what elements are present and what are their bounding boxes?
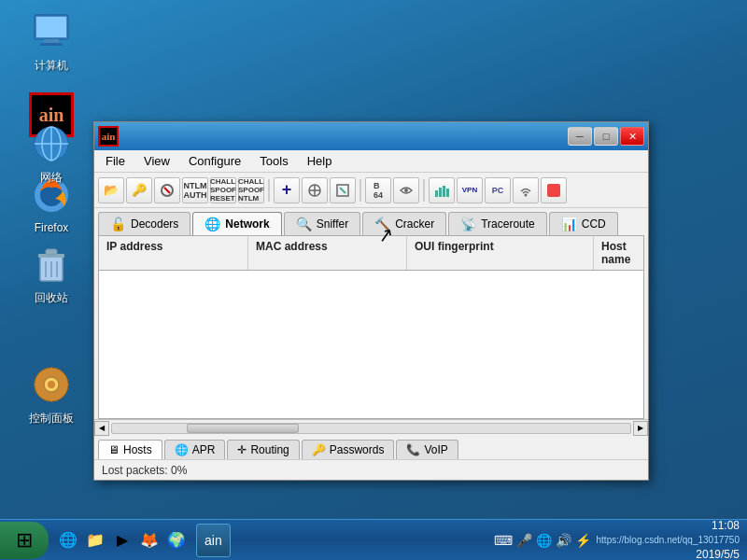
desktop-icon-network[interactable]: 网络 <box>19 121 84 186</box>
close-button[interactable]: ✕ <box>620 127 644 146</box>
toolbar-btn-key[interactable]: 🔑 <box>126 177 152 203</box>
svg-rect-31 <box>435 190 438 197</box>
col-host: Host name <box>594 236 643 270</box>
toolbar-separator-2 <box>359 179 361 202</box>
taskbar-tray: ⌨ 🎤 🌐 🔊 ⚡ <box>488 533 597 548</box>
table-body <box>99 271 643 418</box>
app-window: ain ─ □ ✕ File View Configure Tools Help… <box>93 121 649 481</box>
bottom-tab-voip[interactable]: 📞 VoIP <box>396 440 458 459</box>
bottom-tab-apr[interactable]: 🌐 APR <box>164 440 226 459</box>
computer-label: 计算机 <box>35 58 68 74</box>
toolbar-btn-pc[interactable]: PC <box>485 177 511 203</box>
taskbar-ball[interactable]: 🌍 <box>164 528 189 553</box>
svg-line-29 <box>340 188 345 193</box>
tray-network: 🌐 <box>536 533 552 548</box>
bottom-tab-hosts[interactable]: 🖥 Hosts <box>98 440 162 459</box>
bottom-tab-passwords[interactable]: 🔑 Passwords <box>302 440 395 459</box>
tray-keyboard: ⌨ <box>494 533 513 548</box>
svg-point-30 <box>404 189 408 192</box>
tab-network[interactable]: 🌐 Network <box>192 212 281 235</box>
toolbar-btn-vpn[interactable]: VPN <box>457 177 483 203</box>
desktop-icons-middle: 网络 回收站 <box>19 121 84 427</box>
desktop-icon-computer[interactable]: 计算机 <box>19 9 84 74</box>
tab-traceroute[interactable]: 📡 Traceroute <box>448 212 547 235</box>
toolbar: 📂 🔑 NTLMAUTH CHALLSPOOFRESET CHALLSPOOFN… <box>94 173 648 208</box>
toolbar-btn-circle[interactable] <box>154 177 180 203</box>
taskbar-ie[interactable]: 🌐 <box>56 528 80 553</box>
toolbar-btn-graph[interactable] <box>429 177 455 203</box>
svg-rect-22 <box>63 384 68 385</box>
toolbar-btn-wifi[interactable] <box>513 177 539 203</box>
title-icon: ain <box>98 126 119 147</box>
taskbar: ⊞ 🌐 📁 ▶ 🦊 🌍 ain ⌨ 🎤 🌐 🔊 ⚡ 11:08 https://… <box>0 519 747 560</box>
toolbar-btn-b64[interactable]: B64 <box>365 177 391 203</box>
toolbar-btn-ntlm[interactable]: NTLMAUTH <box>182 177 208 203</box>
col-ip: IP address <box>99 236 248 270</box>
content-area: IP address MAC address OUI fingerprint H… <box>98 235 644 419</box>
tab-decoders[interactable]: 🔓 Decoders <box>98 212 190 235</box>
svg-rect-33 <box>443 186 445 197</box>
toolbar-btn-folder[interactable]: 📂 <box>98 177 124 203</box>
toolbar-btn-decode[interactable] <box>393 177 419 203</box>
taskbar-windows: ain <box>192 524 488 557</box>
svg-rect-36 <box>547 184 560 197</box>
toolbar-btn-chall1[interactable]: CHALLSPOOFRESET <box>210 177 236 203</box>
taskbar-cain-app[interactable]: ain <box>196 524 231 557</box>
svg-rect-2 <box>44 39 59 43</box>
window-titlebar: ain ─ □ ✕ <box>94 122 648 150</box>
taskbar-quick-launch: 🌐 📁 ▶ 🦊 🌍 <box>52 528 192 553</box>
svg-rect-20 <box>50 396 52 401</box>
menu-view[interactable]: View <box>136 152 177 170</box>
table-header: IP address MAC address OUI fingerprint H… <box>99 236 643 271</box>
toolbar-btn-scan[interactable] <box>330 177 356 203</box>
menu-file[interactable]: File <box>98 152 133 170</box>
taskbar-media[interactable]: ▶ <box>110 528 134 553</box>
col-oui: OUI fingerprint <box>407 236 594 270</box>
tab-sniffer[interactable]: 🔍 Sniffer <box>284 212 360 235</box>
desktop-icon-control-panel[interactable]: 控制面板 <box>19 362 84 427</box>
start-button[interactable]: ⊞ <box>0 522 49 559</box>
tab-ccd[interactable]: 📊 CCD <box>549 212 618 235</box>
scroll-left[interactable]: ◀ <box>94 421 109 436</box>
toolbar-btn-crosshair[interactable] <box>302 177 328 203</box>
svg-rect-34 <box>446 189 449 197</box>
control-panel-icon <box>29 362 74 407</box>
toolbar-separator-1 <box>268 179 270 202</box>
scrollbar-horizontal[interactable]: ◀ ▶ <box>94 419 648 436</box>
desktop-icon-trash[interactable]: 回收站 <box>19 242 84 306</box>
menu-configure[interactable]: Configure <box>181 152 248 170</box>
menu-tools[interactable]: Tools <box>252 152 295 170</box>
network-label: 网络 <box>40 170 63 186</box>
svg-rect-19 <box>50 368 52 373</box>
svg-rect-21 <box>35 384 40 385</box>
taskbar-clock: 11:08 https://blog.csdn.net/qq_13017750 … <box>597 518 747 560</box>
scroll-right[interactable]: ▶ <box>633 421 648 436</box>
status-text: Lost packets: 0% <box>102 464 187 477</box>
scrollbar-track[interactable] <box>111 423 631 434</box>
bottom-tab-routing[interactable]: ✛ Routing <box>227 440 299 459</box>
tab-cracker[interactable]: 🔨 Cracker <box>362 212 446 235</box>
svg-rect-12 <box>46 249 57 255</box>
toolbar-btn-extra[interactable] <box>541 177 567 203</box>
svg-line-24 <box>164 188 170 193</box>
svg-point-35 <box>525 193 528 196</box>
network-icon <box>29 121 74 166</box>
main-tabs: 🔓 Decoders 🌐 Network 🔍 Sniffer 🔨 Cracker… <box>94 208 648 235</box>
menu-bar: File View Configure Tools Help <box>94 150 648 173</box>
scrollbar-thumb[interactable] <box>187 424 299 433</box>
col-mac: MAC address <box>248 236 407 270</box>
maximize-button[interactable]: □ <box>594 127 618 146</box>
svg-rect-3 <box>40 43 63 46</box>
toolbar-btn-chall2[interactable]: CHALLSPOOFNTLM <box>238 177 264 203</box>
taskbar-firefox-quick[interactable]: 🦊 <box>137 528 162 553</box>
toolbar-btn-plus[interactable]: + <box>274 177 300 203</box>
tray-battery: ⚡ <box>575 533 591 548</box>
trash-icon <box>29 242 74 287</box>
bottom-tabs: 🖥 Hosts 🌐 APR ✛ Routing 🔑 Passwords 📞 Vo… <box>94 436 648 459</box>
menu-help[interactable]: Help <box>300 152 340 170</box>
tray-speaker: 🔊 <box>556 533 571 548</box>
taskbar-explorer[interactable]: 📁 <box>83 528 107 553</box>
minimize-button[interactable]: ─ <box>568 127 592 146</box>
svg-rect-32 <box>439 188 442 197</box>
toolbar-separator-3 <box>423 179 425 202</box>
